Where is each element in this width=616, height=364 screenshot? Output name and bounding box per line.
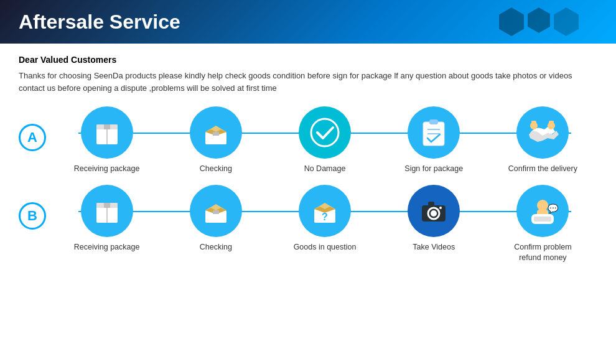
svg-point-34 — [537, 200, 548, 211]
row-a: A Receiving package — [19, 106, 597, 174]
step-b-5: 💬 Confirm problemrefund money — [488, 185, 597, 263]
header-decoration — [499, 7, 579, 36]
step-b-4-icon — [408, 185, 460, 237]
greeting-text: Dear Valued Customers — [19, 55, 597, 65]
step-a-1: Receiving package — [52, 106, 161, 174]
step-a-2: Checking — [161, 106, 270, 174]
svg-rect-32 — [428, 202, 434, 207]
step-b-2-icon — [190, 185, 242, 237]
step-a-4: Sign for package — [380, 106, 488, 174]
step-b-5-label: Confirm problemrefund money — [514, 242, 571, 263]
svg-rect-38 — [534, 217, 551, 222]
step-a-5-icon — [516, 106, 569, 159]
step-a-3: No Damage — [270, 106, 379, 174]
svg-rect-7 — [213, 132, 219, 136]
step-a-3-label: No Damage — [304, 164, 346, 174]
svg-rect-14 — [549, 121, 554, 127]
step-a-5: Confirm the delivery — [488, 106, 597, 174]
step-b-1: Receiving package — [52, 185, 161, 252]
header-title: Aftersale Service — [19, 11, 180, 34]
description-text: Thanks for choosing SeenDa products plea… — [19, 70, 597, 94]
flow-steps-b: Receiving package Checking — [52, 185, 597, 263]
step-b-3-icon: ? — [299, 185, 351, 237]
step-a-4-icon — [408, 106, 460, 159]
flow-steps-a: Receiving package Checking — [52, 106, 597, 174]
svg-point-31 — [431, 210, 437, 217]
badge-b: B — [19, 202, 46, 230]
svg-text:?: ? — [322, 212, 328, 222]
badge-a: A — [19, 124, 46, 151]
step-b-4-label: Take Videos — [413, 242, 455, 252]
step-b-5-icon: 💬 — [516, 185, 569, 237]
step-b-1-icon — [81, 185, 133, 237]
step-b-1-label: Receiving package — [74, 242, 140, 252]
svg-text:💬: 💬 — [548, 203, 559, 214]
step-b-3-label: Goods in question — [294, 242, 357, 252]
step-a-3-icon — [299, 106, 351, 159]
step-a-2-label: Checking — [200, 164, 232, 174]
step-b-2-label: Checking — [200, 242, 232, 252]
step-a-1-icon — [81, 106, 133, 159]
hex-1 — [499, 7, 524, 36]
svg-point-33 — [439, 207, 442, 209]
svg-point-8 — [311, 119, 338, 146]
step-b-2: Checking — [161, 185, 270, 252]
step-a-2-icon — [190, 106, 242, 159]
step-b-3: ? Goods in question — [270, 185, 379, 252]
step-a-4-label: Sign for package — [404, 164, 463, 174]
header: Aftersale Service — [0, 0, 616, 44]
svg-rect-16 — [531, 121, 536, 127]
row-b: B Receiving package — [19, 185, 597, 263]
hex-2 — [528, 7, 550, 33]
content-area: Dear Valued Customers Thanks for choosin… — [0, 44, 616, 280]
step-b-4: Take Videos — [380, 185, 488, 252]
step-a-5-label: Confirm the delivery — [508, 164, 577, 174]
step-a-1-label: Receiving package — [74, 164, 140, 174]
svg-rect-10 — [429, 119, 438, 124]
hex-3 — [554, 7, 579, 36]
svg-rect-24 — [213, 210, 219, 214]
